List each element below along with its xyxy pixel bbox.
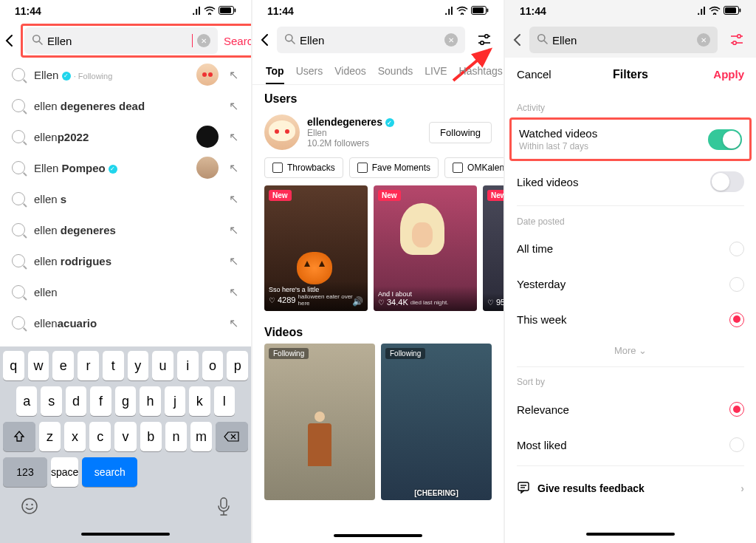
- insert-arrow-icon[interactable]: ↖: [227, 162, 239, 174]
- key-v[interactable]: v: [114, 422, 136, 451]
- key-a[interactable]: a: [16, 386, 37, 416]
- video-card[interactable]: Following [CHEERING]: [381, 344, 492, 500]
- key-b[interactable]: b: [140, 422, 162, 451]
- insert-arrow-icon[interactable]: ↖: [227, 193, 239, 205]
- clear-icon[interactable]: ✕: [697, 33, 710, 47]
- key-r[interactable]: r: [78, 351, 99, 380]
- apply-button[interactable]: Apply: [713, 68, 744, 81]
- search-button[interactable]: Search: [224, 35, 251, 47]
- liked-videos-row[interactable]: Liked videos: [517, 161, 744, 202]
- suggestion-item[interactable]: ellenacuario ↖: [0, 307, 251, 338]
- insert-arrow-icon[interactable]: ↖: [227, 100, 239, 112]
- date-option-row[interactable]: This week: [517, 302, 744, 338]
- space-key[interactable]: space: [51, 457, 78, 487]
- feedback-row[interactable]: Give results feedback ›: [517, 469, 744, 508]
- suggestion-item[interactable]: ellen ↖: [0, 276, 251, 307]
- shift-key[interactable]: [3, 422, 35, 451]
- playlist-chip[interactable]: OMKalen: [444, 157, 504, 178]
- home-indicator[interactable]: [334, 534, 422, 537]
- key-l[interactable]: l: [214, 386, 235, 416]
- video-card[interactable]: New Sso here's a little ♡4289 halloween …: [264, 185, 368, 311]
- back-button[interactable]: [4, 32, 15, 49]
- suggestion-item[interactable]: ellen degeneres ↖: [0, 214, 251, 245]
- key-q[interactable]: q: [3, 351, 24, 380]
- video-card[interactable]: New ♡9594: [483, 185, 504, 311]
- insert-arrow-icon[interactable]: ↖: [227, 224, 239, 236]
- key-h[interactable]: h: [140, 386, 160, 416]
- playlist-chip[interactable]: Throwbacks: [264, 157, 343, 178]
- tab-hashtags[interactable]: Hashtags: [453, 58, 504, 84]
- tab-live[interactable]: LIVE: [419, 58, 453, 84]
- key-m[interactable]: m: [190, 422, 212, 451]
- insert-arrow-icon[interactable]: ↖: [227, 255, 239, 267]
- suggestion-item[interactable]: ellen s ↖: [0, 183, 251, 214]
- insert-arrow-icon[interactable]: ↖: [227, 286, 239, 298]
- emoji-icon[interactable]: [21, 497, 38, 521]
- date-option-row[interactable]: All time: [517, 231, 744, 267]
- search-field[interactable]: ✕: [529, 27, 718, 53]
- key-j[interactable]: j: [165, 386, 185, 416]
- following-button[interactable]: Following: [429, 122, 492, 143]
- key-y[interactable]: y: [128, 351, 149, 380]
- radio[interactable]: [729, 277, 744, 292]
- key-p[interactable]: p: [227, 351, 248, 380]
- date-option-row[interactable]: Yesterday: [517, 267, 744, 302]
- playlist-chip[interactable]: Fave Moments: [349, 157, 439, 178]
- key-t[interactable]: t: [103, 351, 124, 380]
- suggestion-item[interactable]: ellen degeneres dead ↖: [0, 90, 251, 121]
- sort-option-row[interactable]: Most liked: [517, 427, 744, 462]
- volume-icon[interactable]: 🔊: [352, 296, 363, 307]
- key-o[interactable]: o: [202, 351, 224, 380]
- search-input[interactable]: [300, 34, 440, 47]
- key-c[interactable]: c: [89, 422, 111, 451]
- tab-sounds[interactable]: Sounds: [372, 58, 419, 84]
- insert-arrow-icon[interactable]: ↖: [227, 317, 239, 329]
- sort-option-row[interactable]: Relevance: [517, 392, 744, 427]
- numbers-key[interactable]: 123: [3, 457, 47, 487]
- key-s[interactable]: s: [41, 386, 61, 416]
- key-k[interactable]: k: [189, 386, 210, 416]
- user-result[interactable]: ellendegeneres ✓ Ellen 10.2M followers F…: [252, 110, 504, 154]
- video-card[interactable]: Following: [264, 344, 375, 500]
- home-indicator[interactable]: [586, 533, 675, 536]
- radio[interactable]: [729, 313, 744, 327]
- keyboard[interactable]: q w e r t y u i o p a s d f g h j k l z: [0, 346, 251, 543]
- filter-icon[interactable]: [724, 33, 750, 47]
- tab-top[interactable]: Top: [260, 58, 290, 84]
- key-x[interactable]: x: [64, 422, 86, 451]
- clear-icon[interactable]: ✕: [197, 34, 210, 47]
- filter-icon[interactable]: [471, 33, 498, 47]
- backspace-key[interactable]: [216, 422, 248, 451]
- suggestion-item[interactable]: ellen rodrigues ↖: [0, 245, 251, 276]
- video-card[interactable]: New And I about ♡34.4K died last night.: [374, 185, 477, 311]
- watched-toggle[interactable]: [708, 129, 742, 150]
- home-indicator[interactable]: [81, 533, 170, 536]
- key-n[interactable]: n: [165, 422, 187, 451]
- liked-toggle[interactable]: [710, 171, 744, 192]
- clear-icon[interactable]: ✕: [444, 33, 458, 47]
- search-key[interactable]: search: [82, 457, 137, 487]
- tab-users[interactable]: Users: [290, 58, 329, 84]
- key-f[interactable]: f: [90, 386, 111, 416]
- radio[interactable]: [729, 437, 744, 452]
- tab-videos[interactable]: Videos: [329, 58, 372, 84]
- suggestion-item[interactable]: ellen show ↖: [0, 338, 251, 346]
- insert-arrow-icon[interactable]: ↖: [227, 69, 239, 81]
- key-d[interactable]: d: [66, 386, 86, 416]
- search-input[interactable]: [552, 34, 693, 47]
- back-button[interactable]: [258, 31, 271, 49]
- radio[interactable]: [729, 242, 744, 256]
- key-i[interactable]: i: [177, 351, 199, 380]
- more-button[interactable]: More ⌄: [517, 338, 744, 363]
- radio[interactable]: [729, 402, 744, 417]
- search-field[interactable]: ✕: [24, 27, 218, 54]
- suggestion-item[interactable]: Ellen Pompeo ✓ ↖: [0, 152, 251, 183]
- key-w[interactable]: w: [28, 351, 49, 380]
- search-input[interactable]: [47, 35, 188, 47]
- key-u[interactable]: u: [152, 351, 173, 380]
- key-z[interactable]: z: [39, 422, 61, 451]
- insert-arrow-icon[interactable]: ↖: [227, 131, 239, 143]
- search-field[interactable]: ✕: [277, 27, 465, 53]
- key-e[interactable]: e: [52, 351, 74, 380]
- mic-icon[interactable]: [217, 497, 230, 521]
